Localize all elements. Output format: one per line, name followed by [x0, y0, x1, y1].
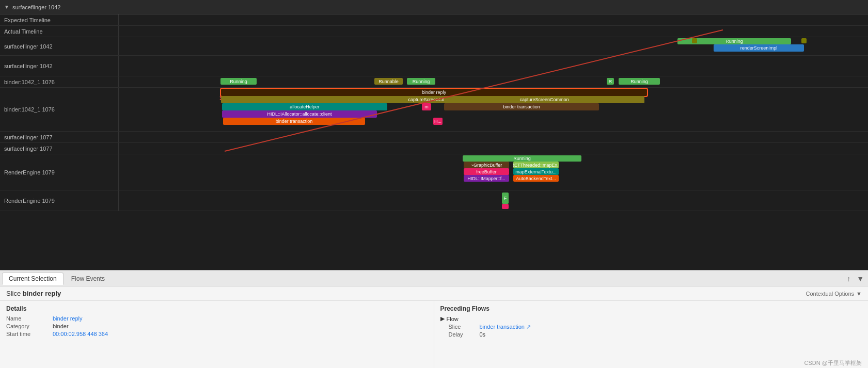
track-actual-timeline: Actual Timeline [0, 26, 868, 37]
detail-label-name: Name [6, 315, 53, 322]
bar-allocate-helper[interactable]: allocateHelper [222, 103, 387, 110]
bar-map-ext[interactable]: mapExternalTextu... [513, 168, 559, 175]
bar-hidl-mapper[interactable]: HIDL::IMapper::f... [464, 175, 509, 182]
track-label-sf1077-bot: surfaceflinger 1077 [0, 143, 119, 154]
bar-h-marker[interactable]: H... [433, 118, 443, 125]
timeline-grid: Expected Timeline Actual Timeline surfac… [0, 14, 868, 270]
track-content-binder1076-bot: ✕ binder reply captureScreenCommon alloc… [119, 88, 868, 131]
bar-binder-tx-right[interactable]: binder transaction [444, 103, 599, 110]
track-label-sf1042-mid: surfaceflinger 1042 [0, 56, 119, 76]
track-binder1076-bottom: binder:1042_1 1076 ✕ binder reply captur… [0, 88, 868, 132]
timeline-area: Expected Timeline Actual Timeline surfac… [0, 14, 868, 270]
flow-section: ▶ Flow Slice binder transaction ↗ Delay … [440, 315, 862, 338]
detail-value-starttime[interactable]: 00:00:02.958 448 364 [53, 331, 108, 337]
bar-r[interactable]: R [607, 78, 614, 85]
bar-running-re[interactable]: Running [463, 155, 581, 162]
track-label-binder1076-bot: binder:1042_1 1076 [0, 88, 119, 131]
detail-row-category: Category binder [6, 323, 428, 329]
bar-running-b1[interactable]: Running [220, 78, 257, 85]
track-render1079-bot: RenderEngine 1079 F [0, 190, 868, 211]
track-content-sf1077-top [119, 132, 868, 142]
watermark: CSDN @千里马学框架 [804, 359, 862, 367]
track-content-actual [119, 26, 868, 37]
track-content-expected [119, 14, 868, 25]
panel-up-button[interactable]: ↑ [845, 274, 853, 284]
tab-bar: Current Selection Flow Events ↑ ▼ [0, 271, 868, 286]
contextual-options-button[interactable]: Contextual Options ▼ [806, 291, 862, 297]
bar-runnable[interactable]: Runnable [374, 78, 403, 85]
track-content-render1079-bot: F [119, 190, 868, 211]
track-label-render1079-bot: RenderEngine 1079 [0, 190, 119, 211]
flow-value-slice[interactable]: binder transaction ↗ [480, 324, 531, 330]
track-content-binder1076-top: Running Runnable Running R Running [119, 76, 868, 87]
track-sf1042-mid: surfaceflinger 1042 [0, 56, 868, 76]
track-sf1077-bot: surfaceflinger 1077 [0, 143, 868, 154]
detail-row-name: Name binder reply [6, 315, 428, 322]
bar-capture2[interactable]: captureScreenCommon [444, 96, 644, 103]
bar-free-buf[interactable]: freeBuffer [464, 168, 509, 175]
track-label-actual: Actual Timeline [0, 26, 119, 37]
track-content-render1079-top: Running ~GraphicBuffer freeBuffer HIDL::… [119, 154, 868, 190]
track-content-sf1042-top: Running renderScreenImpl [119, 37, 868, 55]
slice-title: Slice binder reply [6, 290, 61, 297]
track-label-render1079-top: RenderEngine 1079 [0, 154, 119, 190]
slice-name: binder reply [23, 290, 61, 297]
bar-hidl-allocator[interactable]: HIDL::IAllocator::allocate::client [222, 110, 377, 118]
details-heading: Details [6, 305, 428, 312]
flow-label-slice: Slice [449, 324, 480, 330]
bar-f-green[interactable]: F [502, 193, 509, 204]
chevron-icon[interactable]: ▼ [4, 4, 9, 10]
flow-label: Flow [447, 316, 459, 322]
track-expected-timeline: Expected Timeline [0, 14, 868, 26]
track-binder1076-top: binder:1042_1 1076 Running Runnable Runn… [0, 76, 868, 88]
flow-label-delay: Delay [449, 331, 480, 338]
bar-auto-backend[interactable]: AutoBackendText... [513, 175, 559, 182]
track-content-sf1042-mid [119, 56, 868, 76]
detail-label-starttime: Start time [6, 331, 53, 337]
bar-olive1[interactable] [692, 38, 697, 43]
bar-graphic-buf[interactable]: ~GraphicBuffer [464, 162, 509, 168]
tab-flow-events[interactable]: Flow Events [65, 273, 112, 285]
bottom-panel: Current Selection Flow Events ↑ ▼ Slice … [0, 270, 868, 368]
flow-header[interactable]: ▶ Flow [440, 315, 862, 322]
bar-olive2[interactable] [801, 38, 807, 43]
bar-running-b2[interactable]: Running [407, 78, 435, 85]
track-render1079-top: RenderEngine 1079 Running ~GraphicBuffer… [0, 154, 868, 190]
bar-binder-tx-left[interactable]: binder transaction [223, 118, 365, 125]
bottom-content: Details Name binder reply Category binde… [0, 301, 868, 368]
details-panel: Details Name binder reply Category binde… [0, 301, 434, 368]
track-label-binder1076-top: binder:1042_1 1076 [0, 76, 119, 87]
tab-current-selection[interactable]: Current Selection [2, 273, 64, 285]
detail-value-name[interactable]: binder reply [53, 315, 82, 322]
slice-title-bar: Slice binder reply Contextual Options ▼ [0, 286, 868, 301]
detail-row-starttime: Start time 00:00:02.958 448 364 [6, 331, 428, 337]
panel-down-button[interactable]: ▼ [855, 274, 866, 284]
flow-value-delay: 0s [480, 331, 486, 338]
track-sf1077-top: surfaceflinger 1077 [0, 132, 868, 143]
flows-panel: Preceding Flows ▶ Flow Slice binder tran… [434, 301, 869, 368]
track-content-sf1077-bot [119, 143, 868, 154]
track-label-sf1077-top: surfaceflinger 1077 [0, 132, 119, 142]
detail-value-category: binder [53, 323, 69, 329]
flow-expand-icon: ▶ [440, 315, 445, 322]
track-label-sf1042-top: surfaceflinger 1042 [0, 37, 119, 55]
flows-heading: Preceding Flows [440, 305, 862, 312]
track-label-expected: Expected Timeline [0, 14, 119, 25]
bar-rethreaded[interactable]: RETThreaded::mapEx... [513, 162, 559, 168]
detail-label-category: Category [6, 323, 53, 329]
flow-row-delay: Delay 0s [440, 331, 862, 338]
bar-f-pink[interactable] [502, 204, 509, 209]
header-title: surfaceflinger 1042 [12, 4, 61, 10]
slice-prefix: Slice [6, 290, 21, 297]
flow-row-slice: Slice binder transaction ↗ [440, 324, 862, 330]
bar-m-marker[interactable]: m [422, 103, 431, 110]
header: ▼ surfaceflinger 1042 [0, 0, 868, 14]
bar-rendescreenimpl[interactable]: renderScreenImpl [714, 44, 804, 52]
bar-binder-reply[interactable]: binder reply [221, 89, 647, 96]
bar-running-b3[interactable]: Running [619, 78, 660, 85]
track-sf1042-top: surfaceflinger 1042 Running renderScreen… [0, 37, 868, 56]
